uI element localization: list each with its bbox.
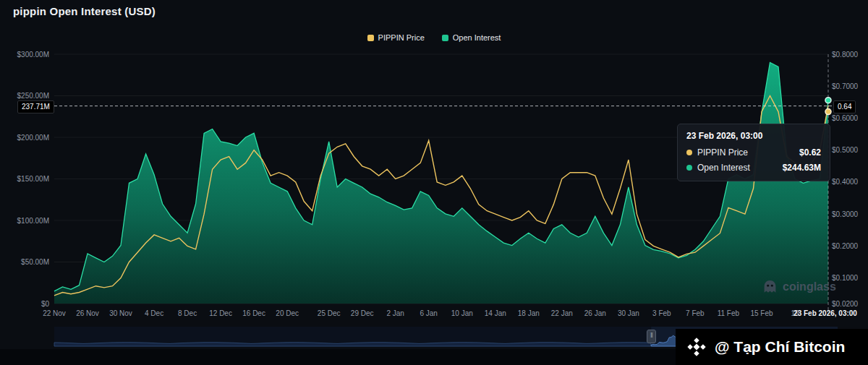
left-axis-tick: $100.00M	[17, 217, 49, 225]
tooltip-price-label: PIPPIN Price	[697, 147, 748, 158]
price-dot-icon	[686, 150, 692, 155]
left-axis-tick: $150.00M	[17, 175, 49, 183]
right-axis-tick: $0.4000	[832, 178, 859, 186]
x-axis-tick: 14 Jan	[485, 309, 506, 317]
navigator-left-handle[interactable]: ‖	[647, 330, 656, 343]
navigator-history-area	[54, 343, 651, 346]
legend-label-open-interest: Open Interest	[453, 33, 501, 42]
x-axis-tick: 22 Jan	[551, 309, 573, 317]
x-axis-tick: 29 Dec	[351, 309, 374, 317]
tap-chi-bitcoin-logo-icon	[686, 336, 707, 358]
x-axis-tick: 26 Jan	[584, 309, 606, 317]
right-axis-tick: $0.5000	[832, 146, 859, 154]
current-price-badge: 0.64	[833, 100, 856, 113]
open-interest-swatch	[442, 35, 448, 41]
tooltip-row-open-interest: Open Interest $244.63M	[686, 163, 821, 173]
x-axis-tick: 30 Nov	[109, 309, 132, 317]
right-axis-tick: $0.2000	[832, 242, 859, 250]
pippin-price-swatch	[367, 35, 374, 41]
tooltip-oi-value: $244.63M	[783, 163, 821, 173]
right-axis-tick: $0.0200	[832, 300, 859, 308]
legend: PIPPIN Price Open Interest	[0, 33, 868, 42]
left-axis-tick: $250.00M	[17, 92, 49, 100]
legend-label-pippin-price: PIPPIN Price	[378, 33, 425, 42]
left-axis-tick: $200.00M	[17, 134, 49, 142]
x-axis-tick: 7 Feb	[686, 309, 705, 317]
open-interest-area	[54, 63, 828, 304]
coinglass-logo-icon	[762, 279, 778, 294]
x-axis-tick: 30 Jan	[618, 309, 639, 317]
open-interest-current-dot	[825, 98, 831, 103]
left-axis-tick: $300.00M	[17, 51, 49, 59]
x-axis-tick: 12 Dec	[209, 309, 232, 317]
x-axis-tick: 15 Feb	[750, 309, 773, 317]
open-interest-dot-icon	[686, 165, 692, 171]
tooltip-timestamp: 23 Feb 2026, 03:00	[686, 131, 821, 141]
coinglass-text: coinglass	[783, 280, 836, 293]
x-axis-tick: 11 Feb	[718, 309, 740, 317]
current-open-interest-badge: 237.71M	[17, 100, 54, 113]
tooltip-oi-label: Open Interest	[697, 163, 750, 173]
x-axis-tick: 2 Jan	[386, 309, 404, 317]
x-axis-current-label: 23 Feb 2026, 03:00	[793, 309, 857, 317]
legend-item-pippin-price[interactable]: PIPPIN Price	[367, 33, 425, 42]
x-axis-tick: 4 Dec	[145, 309, 163, 317]
right-axis-tick: $0.7000	[832, 82, 859, 90]
tooltip-row-price: PIPPIN Price $0.62	[686, 147, 821, 158]
x-axis-tick: 18 Jan	[518, 309, 540, 317]
site-watermark-text: @ Tạp Chí Bitcoin	[715, 338, 845, 356]
x-axis-tick: 8 Dec	[178, 309, 197, 317]
x-axis-tick: 16 Dec	[242, 309, 265, 317]
coinglass-watermark: coinglass	[762, 279, 836, 294]
left-axis-tick: $0	[41, 300, 50, 308]
right-axis-tick: $0.8000	[832, 51, 859, 59]
legend-item-open-interest[interactable]: Open Interest	[442, 33, 501, 42]
x-axis-tick: 26 Nov	[76, 309, 99, 317]
x-axis-tick: 3 Feb	[652, 309, 671, 317]
price-current-dot	[825, 109, 831, 115]
x-axis-tick: 25 Dec	[318, 309, 341, 317]
left-axis-tick: $50.00M	[21, 258, 49, 266]
x-axis-tick: 20 Dec	[276, 309, 299, 317]
x-axis-tick: 10 Jan	[451, 309, 473, 317]
coinglass-chart-page: pippin Open Interest (USD) PIPPIN Price …	[0, 0, 868, 365]
right-axis-tick: $0.3000	[832, 210, 859, 218]
right-axis-tick: $0.6000	[832, 114, 859, 122]
site-watermark: @ Tạp Chí Bitcoin	[676, 329, 868, 365]
chart-tooltip: 23 Feb 2026, 03:00 PIPPIN Price $0.62 Op…	[677, 124, 830, 181]
x-axis-tick: 6 Jan	[420, 309, 437, 317]
x-axis-tick: 22 Nov	[43, 309, 66, 317]
tooltip-price-value: $0.62	[799, 147, 821, 158]
